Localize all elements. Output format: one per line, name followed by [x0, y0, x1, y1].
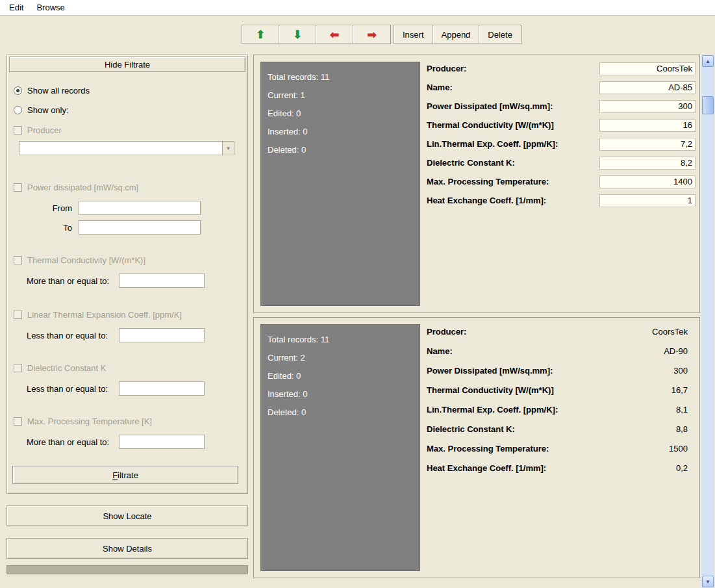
next-record-button[interactable]: ⬇	[279, 25, 316, 44]
field-value-text: 1500	[599, 444, 696, 454]
power-to-input[interactable]	[79, 220, 201, 235]
field-label: Lin.Thermal Exp. Coeff. [ppm/K]:	[427, 405, 558, 415]
right-arrow-icon: ➡	[367, 29, 376, 40]
record-field-row: Thermal Conductivity [W/(m*K)] 16	[427, 116, 696, 134]
vertical-scrollbar[interactable]: ▲ ▼	[701, 55, 714, 588]
toolbar: ⬆ ⬇ ⬅ ➡ Insert Append Delete	[0, 25, 715, 44]
record-field-row: Producer: CoorsTek	[427, 322, 696, 341]
insert-button[interactable]: Insert	[394, 25, 433, 44]
prior-record-button[interactable]: ⬆	[242, 25, 279, 44]
record-fields: Producer: CoorsTek Name: AD-90 Power Dis…	[427, 322, 696, 478]
field-value-box[interactable]: 8,2	[599, 157, 696, 170]
field-label: Power Dissipated [mW/sq.mm]:	[427, 101, 553, 111]
field-value-box[interactable]: AD-85	[599, 81, 696, 94]
checkbox-icon	[14, 256, 22, 264]
record-panel-next: Total records: 11 Current: 2 Edited: 0 I…	[253, 317, 700, 578]
power-dissipated-checkbox-label: Power dissipated [mW/sq.cm]	[27, 183, 138, 192]
field-value-box[interactable]: 7,2	[599, 138, 696, 151]
dropdown-arrow-icon[interactable]: ▼	[222, 142, 234, 155]
linear-expansion-checkbox[interactable]: Linear Thermal Expansion Coeff. [ppm/K]	[14, 310, 182, 320]
thermal-conductivity-checkbox[interactable]: Thermal Conductivity [W/(m*K)]	[14, 255, 145, 265]
checkbox-icon	[14, 126, 22, 134]
dielectric-constant-checkbox-label: Dielectric Constant K	[27, 363, 106, 373]
field-label: Max. Processing Temperature:	[427, 444, 549, 454]
field-value-text: AD-90	[599, 346, 696, 356]
field-value-box[interactable]: 16	[599, 119, 696, 132]
power-dissipated-checkbox[interactable]: Power dissipated [mW/sq.cm]	[14, 183, 138, 192]
thermal-conductivity-checkbox-label: Thermal Conductivity [W/(m*K)]	[27, 255, 145, 265]
menu-edit[interactable]: Edit	[3, 1, 30, 14]
field-value-text: 8,8	[599, 424, 696, 434]
record-field-row: Max. Processing Temperature: 1500	[427, 439, 696, 458]
append-button[interactable]: Append	[433, 25, 480, 44]
last-record-button[interactable]: ➡	[353, 25, 390, 44]
producer-checkbox-label: Producer	[27, 125, 62, 135]
bottom-splitter[interactable]	[6, 565, 248, 574]
dielectric-threshold-input[interactable]	[119, 381, 205, 396]
show-details-button[interactable]: Show Details	[6, 538, 248, 559]
delete-button[interactable]: Delete	[479, 25, 521, 44]
record-action-group: Insert Append Delete	[394, 25, 521, 44]
radio-unselected-icon	[14, 106, 22, 114]
record-field-row: Lin.Thermal Exp. Coeff. [ppm/K]: 7,2	[427, 134, 696, 153]
filtrate-button-label: Filtrate	[112, 470, 138, 480]
record-field-row: Power Dissipated [mW/sq.mm]: 300	[427, 97, 696, 116]
producer-combobox[interactable]: ▼	[19, 141, 234, 155]
show-locate-button[interactable]: Show Locate	[6, 505, 248, 526]
field-value-text: 16,7	[599, 385, 696, 395]
record-stat-line: Current: 2	[268, 348, 413, 366]
max-temperature-threshold-row: More than or equal to:	[27, 435, 205, 449]
menu-browse[interactable]: Browse	[30, 1, 71, 14]
record-stat-line: Edited: 0	[268, 366, 413, 385]
filtrate-button[interactable]: Filtrate	[12, 466, 238, 484]
producer-checkbox[interactable]: Producer	[14, 125, 62, 135]
record-stat-line: Inserted: 0	[268, 385, 413, 403]
power-from-row: From	[33, 201, 201, 215]
field-value-box[interactable]: CoorsTek	[599, 62, 696, 75]
field-value-box[interactable]: 1400	[599, 175, 696, 188]
field-label: Heat Exchange Coeff. [1/mm]:	[427, 463, 546, 473]
power-from-input[interactable]	[79, 201, 201, 215]
record-field-row: Producer: CoorsTek	[427, 59, 696, 78]
scroll-up-icon: ▲	[705, 58, 710, 64]
field-value-text: 0,2	[599, 463, 696, 473]
field-label: Name:	[427, 83, 453, 92]
field-value-box[interactable]: 300	[599, 100, 696, 113]
thermal-threshold-row: More than or equal to:	[27, 274, 205, 288]
producer-combo-input[interactable]	[19, 142, 222, 155]
records-area: Total records: 11 Current: 1 Edited: 0 I…	[253, 55, 700, 578]
dielectric-constant-checkbox[interactable]: Dielectric Constant K	[14, 363, 106, 373]
field-value-box[interactable]: 1	[599, 194, 696, 207]
scroll-down-button[interactable]: ▼	[702, 576, 714, 587]
max-temperature-threshold-input[interactable]	[119, 435, 205, 449]
linear-expansion-checkbox-label: Linear Thermal Expansion Coeff. [ppm/K]	[27, 310, 182, 320]
first-record-button[interactable]: ⬅	[316, 25, 353, 44]
record-field-row: Name: AD-85	[427, 78, 696, 97]
show-all-records-radio[interactable]: Show all records	[14, 85, 90, 96]
hide-filtrate-button[interactable]: Hide Filtrate	[9, 57, 245, 72]
thermal-threshold-input[interactable]	[119, 274, 205, 288]
show-only-label: Show only:	[27, 105, 69, 115]
show-only-radio[interactable]: Show only:	[14, 105, 69, 115]
power-to-row: To	[33, 220, 201, 235]
record-panel-current: Total records: 11 Current: 1 Edited: 0 I…	[253, 55, 700, 313]
field-label: Thermal Conductivity [W/(m*K)]	[427, 385, 554, 395]
max-temperature-checkbox[interactable]: Max. Processing Temperature [K]	[14, 416, 152, 426]
record-field-row: Power Dissipated [mW/sq.mm]: 300	[427, 361, 696, 380]
linear-threshold-input[interactable]	[119, 328, 205, 342]
record-stat-line: Total records: 11	[268, 330, 413, 348]
record-field-row: Dielectric Constant K: 8,2	[427, 153, 696, 172]
record-field-row: Name: AD-90	[427, 341, 696, 361]
field-label: Dielectric Constant K:	[427, 158, 515, 168]
record-stats-box: Total records: 11 Current: 1 Edited: 0 I…	[260, 62, 420, 306]
more-than-label: More than or equal to:	[27, 276, 119, 286]
field-value-text: 8,1	[599, 405, 696, 415]
scroll-up-button[interactable]: ▲	[702, 55, 714, 67]
record-stats-box: Total records: 11 Current: 2 Edited: 0 I…	[260, 324, 420, 571]
record-stat-line: Current: 1	[268, 86, 413, 104]
less-than-label: Less than or equal to:	[27, 331, 119, 340]
record-nav-group: ⬆ ⬇ ⬅ ➡	[242, 25, 391, 44]
checkbox-icon	[14, 417, 22, 426]
scrollbar-thumb[interactable]	[702, 96, 714, 114]
dielectric-threshold-row: Less than or equal to:	[27, 381, 205, 396]
